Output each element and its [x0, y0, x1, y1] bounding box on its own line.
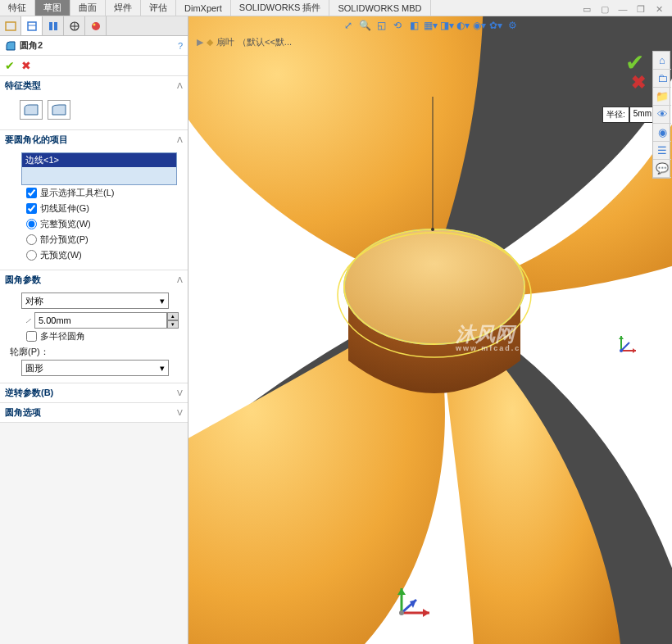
part-icon: ◆ — [207, 37, 213, 48]
svg-point-28 — [399, 610, 404, 615]
chevron-down-icon: ᐯ — [177, 388, 183, 397]
radius-input[interactable]: 5.00mm — [34, 312, 167, 329]
confirm-cancel-row: ✔ ✖ — [0, 56, 188, 76]
feature-title-bar: 圆角2 ? — [0, 36, 188, 56]
tab-dimxpert[interactable]: DimXpert — [176, 0, 231, 16]
taskpane-home-icon[interactable]: ⌂ — [653, 52, 671, 70]
fillet-type-constant[interactable] — [20, 100, 43, 120]
rotate-icon[interactable]: ⟲ — [391, 19, 404, 32]
radio-partial-preview[interactable] — [26, 234, 37, 245]
svg-rect-4 — [54, 22, 57, 30]
window-close-icon[interactable]: ✕ — [652, 3, 665, 15]
section-items-to-fillet: 要圆角化的项目 ᐱ ◫ 边线<1> 显示选择工具栏(L) 切线延伸(G) 完整预… — [0, 130, 188, 270]
cancel-button[interactable]: ✖ — [21, 59, 31, 72]
fillet-type-variable[interactable] — [48, 100, 70, 120]
taskpane-library-icon[interactable]: 🗀 — [653, 70, 671, 88]
section-header-options[interactable]: 圆角选项 ᐯ — [0, 403, 188, 422]
symmetry-select[interactable]: 对称▾ — [21, 293, 169, 309]
window-minimize-icon[interactable]: — — [616, 3, 629, 15]
model-render — [188, 16, 672, 644]
radio-no-preview[interactable] — [26, 250, 37, 261]
tab-weldment[interactable]: 焊件 — [106, 0, 141, 16]
panel-tab-dimxpert[interactable] — [64, 16, 85, 35]
taskpane-forum-icon[interactable]: 💬 — [653, 160, 671, 178]
window-restore-icon[interactable]: ❐ — [634, 3, 647, 15]
display-style-icon[interactable]: ▦▾ — [424, 19, 437, 32]
check-tangent-propagation[interactable] — [26, 203, 37, 214]
breadcrumb[interactable]: ▶ ◆ 扇叶 （默认<<默... — [197, 36, 292, 48]
zoom-select-icon[interactable]: ◱ — [375, 19, 388, 32]
view-orientation-triad[interactable] — [390, 585, 434, 626]
window-restore-down-icon[interactable]: ▭ — [580, 3, 593, 15]
dropdown-arrow-icon: ▾ — [160, 363, 165, 374]
section-feature-type: 特征类型 ᐱ — [0, 76, 188, 130]
appearance-icon[interactable]: ✿▾ — [489, 19, 502, 32]
radio-full-preview[interactable] — [26, 219, 37, 229]
property-manager: 圆角2 ? ✔ ✖ 特征类型 ᐱ 要圆角化的项目 ᐱ — [0, 16, 188, 644]
svg-marker-25 — [397, 588, 406, 595]
profile-select[interactable]: 圆形▾ — [21, 360, 169, 376]
section-header-type[interactable]: 特征类型 ᐱ — [0, 76, 188, 95]
edge-selection-list[interactable]: 边线<1> — [21, 152, 177, 185]
taskpane-view-icon[interactable]: 👁 — [653, 106, 671, 124]
fillet-feature-icon — [5, 40, 16, 52]
taskpane-appearance-icon[interactable]: ◉ — [653, 124, 671, 142]
panel-tab-config[interactable] — [43, 16, 64, 35]
profile-label: 轮廓(P)： — [7, 344, 181, 360]
section-header-reverse[interactable]: 逆转参数(B) ᐯ — [0, 383, 188, 402]
section-view-icon[interactable]: ◧ — [407, 19, 420, 32]
panel-tab-property[interactable] — [21, 16, 43, 35]
check-show-toolbar[interactable] — [26, 188, 37, 198]
view-orientation-icon[interactable]: ◨▾ — [440, 19, 453, 32]
selected-edge[interactable]: 边线<1> — [22, 153, 176, 167]
svg-rect-1 — [28, 22, 36, 30]
dropdown-arrow-icon: ▾ — [160, 296, 165, 306]
section-header-items[interactable]: 要圆角化的项目 ᐱ — [0, 130, 188, 149]
scene-icon[interactable]: ◉▾ — [473, 19, 486, 32]
svg-point-15 — [431, 228, 434, 231]
breadcrumb-state: （默认<<默... — [238, 36, 292, 48]
radius-down-button[interactable]: ▾ — [167, 320, 179, 329]
zoom-area-icon[interactable]: 🔍 — [358, 19, 371, 32]
settings-icon[interactable]: ⚙ — [506, 19, 519, 32]
taskpane-properties-icon[interactable]: ☰ — [653, 142, 671, 160]
radius-up-button[interactable]: ▴ — [167, 312, 179, 320]
hide-show-icon[interactable]: ◐▾ — [456, 19, 470, 32]
section-reverse-params: 逆转参数(B) ᐯ — [0, 383, 188, 403]
check-multi-radius[interactable] — [26, 331, 37, 342]
section-header-params[interactable]: 圆角参数 ᐱ — [0, 270, 188, 289]
svg-rect-3 — [49, 22, 52, 30]
chevron-up-icon: ᐱ — [177, 81, 183, 90]
window-maximize-icon[interactable]: ▢ — [598, 3, 611, 15]
svg-point-21 — [620, 349, 623, 352]
command-tabs: 特征 草图 曲面 焊件 评估 DimXpert SOLIDWORKS 插件 SO… — [0, 0, 672, 16]
viewport-cancel-icon[interactable]: ✖ — [631, 72, 646, 93]
tab-sw-mbd[interactable]: SOLIDWORKS MBD — [329, 0, 430, 16]
svg-marker-17 — [633, 348, 636, 353]
breadcrumb-arrow-icon: ▶ — [197, 37, 203, 48]
help-icon[interactable]: ? — [178, 41, 183, 51]
model-viewport[interactable]: ⤢ 🔍 ◱ ⟲ ◧ ▦▾ ◨▾ ◐▾ ◉▾ ✿▾ ⚙ ▶ ◆ 扇叶 （默认<<默… — [188, 16, 672, 644]
taskpane-explorer-icon[interactable]: 📁 — [653, 88, 671, 106]
ok-button[interactable]: ✔ — [5, 59, 15, 72]
origin-triad-small — [618, 334, 638, 356]
svg-marker-23 — [423, 609, 429, 617]
tab-evaluate[interactable]: 评估 — [141, 0, 176, 16]
feature-name: 圆角2 — [20, 39, 178, 52]
chevron-up-icon: ᐱ — [177, 135, 183, 144]
task-pane: ⌂ 🗀 📁 👁 ◉ ☰ 💬 — [652, 51, 670, 179]
panel-tab-feature-tree[interactable] — [0, 16, 21, 35]
view-toolbar: ⤢ 🔍 ◱ ⟲ ◧ ▦▾ ◨▾ ◐▾ ◉▾ ✿▾ ⚙ — [342, 19, 519, 32]
panel-tab-strip — [0, 16, 188, 36]
window-controls: ▭ ▢ — ❐ ✕ — [580, 3, 665, 15]
chevron-down-icon: ᐯ — [177, 408, 183, 417]
panel-tab-appearance[interactable] — [85, 16, 107, 35]
zoom-fit-icon[interactable]: ⤢ — [342, 19, 355, 32]
tab-surface[interactable]: 曲面 — [70, 0, 106, 16]
dimension-callout[interactable]: 半径: 5mm — [602, 107, 656, 123]
tab-sw-addins[interactable]: SOLIDWORKS 插件 — [231, 0, 330, 16]
tab-feature[interactable]: 特征 — [0, 0, 35, 16]
svg-point-8 — [92, 22, 100, 30]
breadcrumb-part: 扇叶 — [216, 36, 234, 48]
tab-sketch[interactable]: 草图 — [35, 0, 70, 16]
